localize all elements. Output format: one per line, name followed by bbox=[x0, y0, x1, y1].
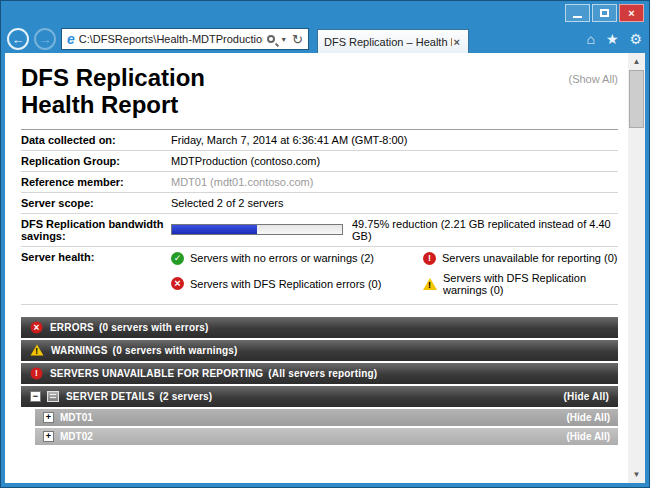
bandwidth-label: DFS Replication bandwidth savings: bbox=[21, 218, 171, 242]
address-dropdown-icon[interactable]: ▼ bbox=[280, 36, 287, 43]
navigation-bar: ← → e C:\DFSReports\Health-MDTProduction… bbox=[1, 25, 649, 53]
field-label: Reference member: bbox=[21, 176, 171, 188]
hide-all-link[interactable]: (Hide All) bbox=[566, 431, 610, 442]
server-health-row: Server health: Servers with no errors or… bbox=[21, 247, 618, 305]
address-text[interactable]: C:\DFSReports\Health-MDTProduction-07M bbox=[79, 33, 263, 45]
server-icon bbox=[47, 391, 59, 402]
server-row-mdt02[interactable]: + MDT02 (Hide All) bbox=[35, 428, 618, 445]
server-name: MDT02 bbox=[60, 431, 93, 442]
error-x-icon bbox=[171, 277, 184, 290]
section-title: ERRORS bbox=[50, 322, 94, 333]
bandwidth-row: DFS Replication bandwidth savings: 49.75… bbox=[21, 214, 618, 247]
hide-all-link[interactable]: (Hide All) bbox=[563, 391, 609, 402]
section-server-details[interactable]: − SERVER DETAILS (2 servers) (Hide All) bbox=[21, 386, 618, 407]
hide-all-link[interactable]: (Hide All) bbox=[566, 412, 610, 423]
warning-triangle-icon bbox=[423, 278, 437, 290]
health-text: Servers with DFS Replication warnings (0… bbox=[443, 272, 618, 296]
unavailable-exclamation-icon bbox=[31, 367, 43, 379]
tools-gear-icon[interactable]: ⚙ bbox=[629, 31, 642, 47]
field-value: MDT01 (mdt01.contoso.com) bbox=[171, 176, 313, 188]
health-text: Servers with no errors or warnings (2) bbox=[190, 252, 374, 264]
bandwidth-fill bbox=[172, 225, 257, 234]
section-title: WARNINGS bbox=[51, 345, 108, 356]
field-value: Selected 2 of 2 servers bbox=[171, 197, 284, 209]
unavailable-exclamation-icon bbox=[423, 252, 436, 265]
field-row-reference: Reference member: MDT01 (mdt01.contoso.c… bbox=[21, 172, 618, 193]
scrollbar-thumb[interactable] bbox=[629, 70, 644, 128]
health-item-unavailable: Servers unavailable for reporting (0) bbox=[423, 252, 618, 265]
refresh-icon[interactable]: ↻ bbox=[292, 33, 303, 46]
section-errors[interactable]: ERRORS (0 servers with errors) bbox=[21, 317, 618, 338]
scroll-down-icon[interactable]: ▼ bbox=[628, 466, 645, 483]
search-icon[interactable] bbox=[267, 35, 275, 43]
field-value: MDTProduction (contoso.com) bbox=[171, 155, 320, 167]
expand-toggle[interactable]: + bbox=[43, 412, 54, 423]
health-report: DFS Replication Health Report (Show All)… bbox=[5, 53, 628, 483]
address-bar[interactable]: e C:\DFSReports\Health-MDTProduction-07M… bbox=[61, 28, 309, 50]
show-all-link[interactable]: (Show All) bbox=[568, 73, 618, 85]
bandwidth-progress-bar bbox=[171, 224, 343, 235]
health-item-warnings: Servers with DFS Replication warnings (0… bbox=[423, 272, 618, 296]
collapse-toggle[interactable]: − bbox=[30, 391, 41, 402]
section-unavailable[interactable]: SERVERS UNAVAILABLE FOR REPORTING (All s… bbox=[21, 363, 618, 384]
browser-window: × ← → e C:\DFSReports\Health-MDTProducti… bbox=[0, 0, 650, 488]
server-health-label: Server health: bbox=[21, 251, 171, 263]
maximize-icon bbox=[600, 9, 609, 17]
health-text: Servers with DFS Replication errors (0) bbox=[190, 278, 381, 290]
section-warnings[interactable]: WARNINGS (0 servers with warnings) bbox=[21, 340, 618, 361]
forward-button[interactable]: → bbox=[34, 28, 56, 50]
back-button[interactable]: ← bbox=[7, 28, 29, 50]
field-label: Data collected on: bbox=[21, 134, 171, 146]
minimize-icon bbox=[573, 16, 582, 18]
page-title: DFS Replication Health Report bbox=[21, 65, 205, 119]
minimize-button[interactable] bbox=[565, 4, 590, 22]
home-icon[interactable]: ⌂ bbox=[586, 31, 594, 47]
error-x-icon bbox=[31, 321, 43, 333]
title-bar: × bbox=[1, 1, 649, 25]
maximize-button[interactable] bbox=[592, 4, 617, 22]
page-content: DFS Replication Health Report (Show All)… bbox=[5, 53, 645, 483]
favorites-star-icon[interactable]: ★ bbox=[606, 31, 619, 47]
expand-toggle[interactable]: + bbox=[43, 431, 54, 442]
section-subtitle: (2 servers) bbox=[160, 391, 213, 402]
warning-triangle-icon bbox=[31, 345, 44, 356]
health-item-ok: Servers with no errors or warnings (2) bbox=[171, 252, 423, 265]
field-row-group: Replication Group: MDTProduction (contos… bbox=[21, 151, 618, 172]
check-circle-icon bbox=[171, 252, 184, 265]
section-subtitle: (0 servers with errors) bbox=[99, 322, 209, 333]
health-text: Servers unavailable for reporting (0) bbox=[442, 252, 617, 264]
browser-tab[interactable]: DFS Replication – Health Re... × bbox=[317, 29, 469, 53]
tab-title: DFS Replication – Health Re... bbox=[324, 36, 452, 48]
title-line-2: Health Report bbox=[21, 91, 178, 118]
section-subtitle: (0 servers with warnings) bbox=[113, 345, 238, 356]
field-label: Replication Group: bbox=[21, 155, 171, 167]
field-row-scope: Server scope: Selected 2 of 2 servers bbox=[21, 193, 618, 214]
server-name: MDT01 bbox=[60, 412, 93, 423]
field-label: Server scope: bbox=[21, 197, 171, 209]
field-value: Friday, March 7, 2014 at 6:36:41 AM (GMT… bbox=[171, 134, 407, 146]
server-row-mdt01[interactable]: + MDT01 (Hide All) bbox=[35, 409, 618, 426]
section-title: SERVER DETAILS bbox=[66, 391, 155, 402]
ie-favicon: e bbox=[67, 32, 75, 46]
section-title: SERVERS UNAVAILABLE FOR REPORTING bbox=[50, 368, 263, 379]
section-subtitle: (All servers reporting) bbox=[268, 368, 377, 379]
field-row-collected: Data collected on: Friday, March 7, 2014… bbox=[21, 130, 618, 151]
tab-close-icon[interactable]: × bbox=[452, 36, 462, 48]
scroll-up-icon[interactable]: ▲ bbox=[628, 53, 645, 70]
title-line-1: DFS Replication bbox=[21, 64, 205, 91]
vertical-scrollbar[interactable]: ▲ ▼ bbox=[628, 53, 645, 483]
bandwidth-text: 49.75% reduction (2.21 GB replicated ins… bbox=[352, 218, 618, 242]
health-item-errors: Servers with DFS Replication errors (0) bbox=[171, 272, 423, 296]
close-button[interactable]: × bbox=[619, 4, 644, 22]
